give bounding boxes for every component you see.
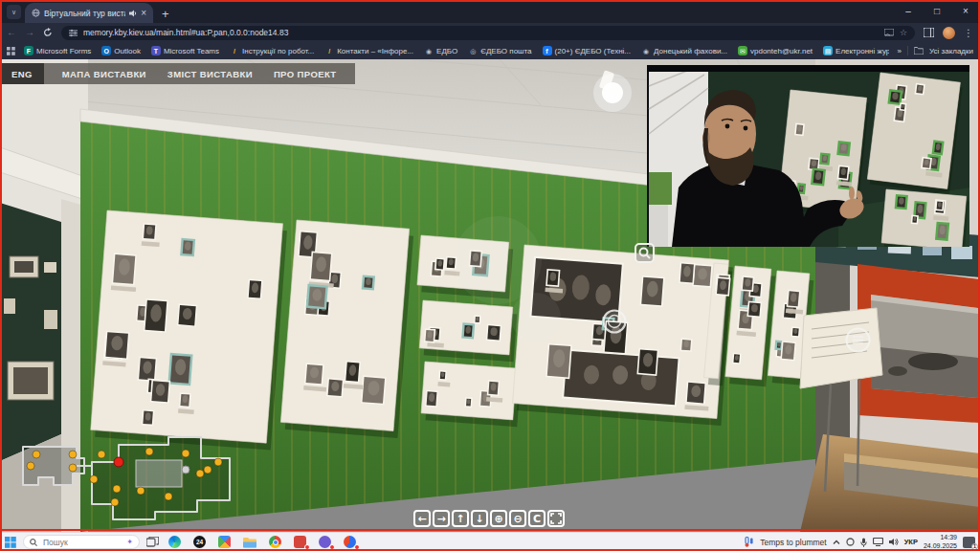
taskbar-app-meet[interactable] [291,533,309,551]
floor-plan-minimap[interactable] [10,433,244,524]
task-view-icon[interactable] [146,537,159,547]
document-hotspot-icon[interactable] [845,327,871,357]
tab-search-button[interactable]: ∨ [7,5,21,19]
bookmarks-overflow-icon[interactable]: » [898,47,902,55]
pan-down-button[interactable]: ↓ [471,510,488,527]
microphone-icon[interactable] [860,538,867,547]
network-icon[interactable] [873,538,883,546]
cast-icon[interactable] [884,29,894,36]
address-bar[interactable]: memory.kby.kiev.ua/main.html#ua:P,pan,0.… [61,26,915,40]
screen: ∨ Віртуальний тур виставко... × + – □ × [0,0,980,551]
bookmark-item[interactable]: ◉ ЕДБО [424,46,457,55]
tab-title: Віртуальний тур виставко... [44,9,125,18]
tune-icon[interactable] [69,29,78,37]
notification-count-badge: 1 [971,543,978,550]
folder-icon [914,47,924,55]
taskbar-app-messenger[interactable] [341,533,359,551]
menu-language-toggle[interactable]: ENG [0,63,44,84]
photo-board [90,210,287,451]
restore-button[interactable]: □ [923,0,951,23]
bookmark-item[interactable]: T Microsoft Teams [151,46,219,55]
tab-favicon [32,9,40,17]
taskbar-app-photos[interactable] [215,533,234,551]
window-controls: – □ × [894,0,980,23]
taskbar-clock[interactable]: 14:39 24.09.2025 [924,534,957,550]
forward-icon[interactable]: → [25,28,34,37]
apps-grid-icon[interactable] [7,47,15,55]
bookmark-item[interactable]: ◎ ЄДЕБО пошта [468,46,531,55]
menu-exhibition-contents[interactable]: ЗМІСТ ВИСТАВКИ [157,69,263,79]
tray-expand-icon[interactable] [833,540,840,545]
active-tab[interactable]: Віртуальний тур виставко... × [25,3,153,23]
tab-audio-icon[interactable] [129,10,137,17]
search-input[interactable] [41,537,108,548]
new-tab-button[interactable]: + [162,8,169,20]
system-tray: Temps to plummet УКР 14:39 [745,534,975,550]
reload-icon[interactable] [43,28,53,37]
taskbar-app-explorer[interactable] [240,533,259,551]
bookmark-favicon: T [151,46,161,55]
onedrive-icon[interactable] [846,538,855,546]
bookmark-item[interactable]: / Інструкції по робот... [230,46,314,55]
volume-icon[interactable] [889,538,899,546]
weather-text[interactable]: Temps to plummet [760,538,826,547]
bookmark-item[interactable]: ▤ Електронні журнали [823,46,888,55]
divider [907,46,908,55]
clock-time: 14:39 [924,534,957,541]
photo-board [280,220,414,438]
video-overlay[interactable] [647,65,969,247]
tab-close-icon[interactable]: × [141,9,146,18]
zoom-hotspot-icon[interactable] [635,243,655,263]
url-text[interactable]: memory.kby.kiev.ua/main.html#ua:P,pan,0.… [83,28,879,37]
pan-right-button[interactable]: → [433,510,450,527]
windows-taskbar: ✦ 24 [0,532,980,551]
bookmark-item[interactable]: ◉ Донецький фахови... [641,46,727,55]
notification-dot [354,544,360,550]
taskbar-app-viber[interactable] [316,533,334,551]
menu-about-project[interactable]: ПРО ПРОЕКТ [263,69,347,79]
menu-exhibition-map[interactable]: МАПА ВИСТАВКИ [52,69,157,79]
video-board [881,189,969,247]
left-picture-wall [0,203,61,461]
tour-controls: ← → ↑ ↓ ⊕ ⊖ C [413,510,565,527]
language-indicator[interactable]: УКР [904,538,918,546]
bookmark-favicon: / [230,46,239,55]
search-icon [30,539,37,546]
profile-avatar[interactable] [943,27,955,39]
close-button[interactable]: × [951,0,980,23]
photo-board [419,300,518,362]
taskbar-app-edge[interactable] [166,533,184,551]
clock-date: 24.09.2025 [924,542,957,550]
all-bookmarks-button[interactable]: Усі закладки [929,47,973,55]
fullscreen-button[interactable] [547,510,565,527]
copilot-sparkle-icon[interactable]: ✦ [126,538,133,546]
bookmark-item[interactable]: / Контакти – «Інфоре... [324,46,413,55]
pan-up-button[interactable]: ↑ [452,510,469,527]
bookmark-item[interactable]: f (20+) ЄДЕБО (Техні... [543,46,631,55]
bookmark-favicon: ▤ [823,46,833,55]
bookmark-item[interactable]: ✉ vpdonteh@ukr.net [738,46,813,55]
weather-icon[interactable] [745,537,754,547]
notification-center-icon[interactable]: 1 [963,537,975,548]
bookmarks-bar: F Microsoft Forms O Outlook T Microsoft … [0,42,980,59]
bookmark-item[interactable]: O Outlook [101,46,141,55]
bookmark-list: F Microsoft Forms O Outlook T Microsoft … [24,46,889,55]
bookmarks-right: » Усі закладки [898,46,973,55]
start-button[interactable] [5,537,16,548]
minimize-button[interactable]: – [894,0,923,23]
info-hotspot-icon[interactable] [602,309,627,338]
bookmark-favicon: / [324,46,334,55]
zoom-in-button[interactable]: ⊕ [490,510,507,527]
browser-menu-icon[interactable]: ⋮ [964,28,973,38]
reset-view-button[interactable]: C [528,510,546,527]
taskbar-app-chrome[interactable] [266,533,284,551]
back-icon[interactable]: ← [7,28,16,37]
bookmark-item[interactable]: F Microsoft Forms [24,46,91,55]
bookmark-star-icon[interactable]: ☆ [900,29,907,37]
zoom-out-button[interactable]: ⊖ [509,510,526,527]
pan-left-button[interactable]: ← [413,510,431,527]
taskbar-search[interactable]: ✦ [23,535,140,549]
side-panel-icon[interactable] [924,28,934,37]
taskbar-app-calendar[interactable]: 24 [190,533,209,551]
minimap-node-visited[interactable] [182,466,189,474]
